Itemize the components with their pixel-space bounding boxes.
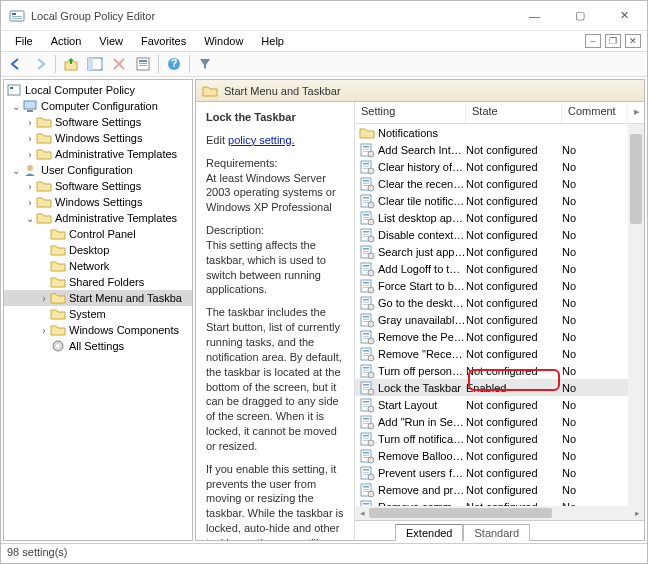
expand-icon[interactable]: › bbox=[24, 133, 36, 144]
list-row[interactable]: Remove "Recently added" list f...Not con… bbox=[355, 345, 644, 362]
scroll-right-icon[interactable]: ▸ bbox=[630, 508, 644, 518]
col-setting[interactable]: Setting bbox=[355, 102, 466, 123]
list-row[interactable]: Add "Run in Separate Memory...Not config… bbox=[355, 413, 644, 430]
tree-item[interactable]: Shared Folders bbox=[4, 274, 192, 290]
list-row[interactable]: Force Start to be either full scr...Not … bbox=[355, 277, 644, 294]
svg-rect-86 bbox=[363, 367, 369, 369]
menu-action[interactable]: Action bbox=[43, 33, 90, 49]
svg-rect-3 bbox=[12, 18, 22, 19]
folder-icon bbox=[50, 322, 66, 338]
svg-point-44 bbox=[368, 219, 374, 225]
list-row[interactable]: Clear tile notifications during l...Not … bbox=[355, 192, 644, 209]
list-row[interactable]: Add Search Internet link to Sta...Not co… bbox=[355, 141, 644, 158]
tab-standard[interactable]: Standard bbox=[463, 524, 530, 541]
tree-item[interactable]: Desktop bbox=[4, 242, 192, 258]
edit-policy-link[interactable]: policy setting. bbox=[228, 134, 295, 146]
help-button[interactable]: ? bbox=[163, 53, 185, 75]
list-row[interactable]: Clear the recent programs list f...Not c… bbox=[355, 175, 644, 192]
menu-favorites[interactable]: Favorites bbox=[133, 33, 194, 49]
svg-point-29 bbox=[368, 168, 374, 174]
expand-icon[interactable]: › bbox=[38, 325, 50, 336]
scroll-thumb[interactable] bbox=[630, 134, 642, 224]
tree-item[interactable]: ›Software Settings bbox=[4, 178, 192, 194]
list-row[interactable]: Search just apps from the App...Not conf… bbox=[355, 243, 644, 260]
collapse-icon[interactable]: ⌄ bbox=[10, 165, 22, 176]
menu-help[interactable]: Help bbox=[253, 33, 292, 49]
svg-rect-83 bbox=[363, 355, 369, 356]
tree-item[interactable]: All Settings bbox=[4, 338, 192, 354]
svg-rect-103 bbox=[363, 423, 369, 424]
tree-label: All Settings bbox=[69, 340, 124, 352]
col-overflow-icon[interactable]: ▸ bbox=[628, 102, 644, 123]
col-state[interactable]: State bbox=[466, 102, 562, 123]
col-comment[interactable]: Comment bbox=[562, 102, 628, 123]
tree-item[interactable]: ›Administrative Templates bbox=[4, 146, 192, 162]
expand-icon[interactable]: › bbox=[24, 181, 36, 192]
expand-icon[interactable]: › bbox=[24, 197, 36, 208]
description-pane: Lock the Taskbar Edit policy setting. Re… bbox=[196, 102, 354, 540]
setting-icon bbox=[359, 346, 375, 362]
console-tree[interactable]: Local Computer Policy ⌄ Computer Configu… bbox=[3, 79, 193, 541]
tree-item[interactable]: ›Windows Components bbox=[4, 322, 192, 338]
delete-button[interactable] bbox=[108, 53, 130, 75]
vertical-scrollbar[interactable] bbox=[628, 124, 644, 506]
list-row[interactable]: Add Logoff to the Start MenuNot configur… bbox=[355, 260, 644, 277]
list-row[interactable]: Prevent users from customizin...Not conf… bbox=[355, 464, 644, 481]
mdi-minimize-button[interactable]: – bbox=[585, 34, 601, 48]
cell-comment: No bbox=[562, 331, 628, 343]
collapse-icon[interactable]: ⌄ bbox=[10, 101, 22, 112]
tree-user-config[interactable]: ⌄ User Configuration bbox=[4, 162, 192, 178]
list-row[interactable]: Lock the TaskbarEnabledNo bbox=[355, 379, 644, 396]
expand-icon[interactable]: › bbox=[24, 117, 36, 128]
list-row[interactable]: Remove common program gr...Not configure… bbox=[355, 498, 644, 506]
horizontal-scrollbar[interactable]: ◂ ▸ bbox=[355, 506, 644, 520]
menu-file[interactable]: File bbox=[7, 33, 41, 49]
mdi-close-button[interactable]: ✕ bbox=[625, 34, 641, 48]
expand-icon[interactable]: › bbox=[38, 293, 50, 304]
cell-setting: Go to the desktop instead of St... bbox=[378, 297, 466, 309]
mdi-restore-button[interactable]: ❐ bbox=[605, 34, 621, 48]
tab-extended[interactable]: Extended bbox=[395, 524, 463, 541]
column-headers: Setting State Comment ▸ bbox=[355, 102, 644, 124]
tree-item[interactable]: ›Start Menu and Taskba bbox=[4, 290, 192, 306]
tree-item[interactable]: ›Windows Settings bbox=[4, 130, 192, 146]
tree-item[interactable]: ›Windows Settings bbox=[4, 194, 192, 210]
forward-button[interactable] bbox=[29, 53, 51, 75]
tree-item[interactable]: ›Software Settings bbox=[4, 114, 192, 130]
list-folder-row[interactable]: Notifications bbox=[355, 124, 644, 141]
minimize-button[interactable]: — bbox=[512, 1, 557, 30]
tree-item[interactable]: System bbox=[4, 306, 192, 322]
maximize-button[interactable]: ▢ bbox=[557, 1, 602, 30]
list-row[interactable]: Remove Balloon Tips on Start ...Not conf… bbox=[355, 447, 644, 464]
show-hide-tree-button[interactable] bbox=[84, 53, 106, 75]
list-row[interactable]: Remove and prevent access to...Not confi… bbox=[355, 481, 644, 498]
back-button[interactable] bbox=[5, 53, 27, 75]
list-row[interactable]: List desktop apps first in the A...Not c… bbox=[355, 209, 644, 226]
expand-icon[interactable]: › bbox=[24, 149, 36, 160]
tree-item[interactable]: Network bbox=[4, 258, 192, 274]
list-row[interactable]: Turn off personalized menusNot configure… bbox=[355, 362, 644, 379]
list-row[interactable]: Turn off notification area clean...Not c… bbox=[355, 430, 644, 447]
list-row[interactable]: Remove the People Bar from t...Not confi… bbox=[355, 328, 644, 345]
list-row[interactable]: Clear history of recently opene...Not co… bbox=[355, 158, 644, 175]
menu-window[interactable]: Window bbox=[196, 33, 251, 49]
settings-list[interactable]: Setting State Comment ▸ Notifications Ad… bbox=[354, 102, 644, 540]
list-row[interactable]: Disable context menus in the S...Not con… bbox=[355, 226, 644, 243]
list-row[interactable]: Go to the desktop instead of St...Not co… bbox=[355, 294, 644, 311]
close-button[interactable]: ✕ bbox=[602, 1, 647, 30]
tree-item[interactable]: ⌄Administrative Templates bbox=[4, 210, 192, 226]
scroll-thumb[interactable] bbox=[369, 508, 552, 518]
up-button[interactable] bbox=[60, 53, 82, 75]
properties-button[interactable] bbox=[132, 53, 154, 75]
tree-item[interactable]: Control Panel bbox=[4, 226, 192, 242]
tree-computer-config[interactable]: ⌄ Computer Configuration bbox=[4, 98, 192, 114]
scroll-left-icon[interactable]: ◂ bbox=[355, 508, 369, 518]
svg-point-119 bbox=[368, 474, 374, 480]
cell-comment: No bbox=[562, 484, 628, 496]
menu-view[interactable]: View bbox=[91, 33, 131, 49]
tree-root[interactable]: Local Computer Policy bbox=[4, 82, 192, 98]
list-row[interactable]: Start LayoutNot configuredNo bbox=[355, 396, 644, 413]
list-row[interactable]: Gray unavailable Windows Inst...Not conf… bbox=[355, 311, 644, 328]
filter-button[interactable] bbox=[194, 53, 216, 75]
expand-icon[interactable]: ⌄ bbox=[24, 213, 36, 224]
